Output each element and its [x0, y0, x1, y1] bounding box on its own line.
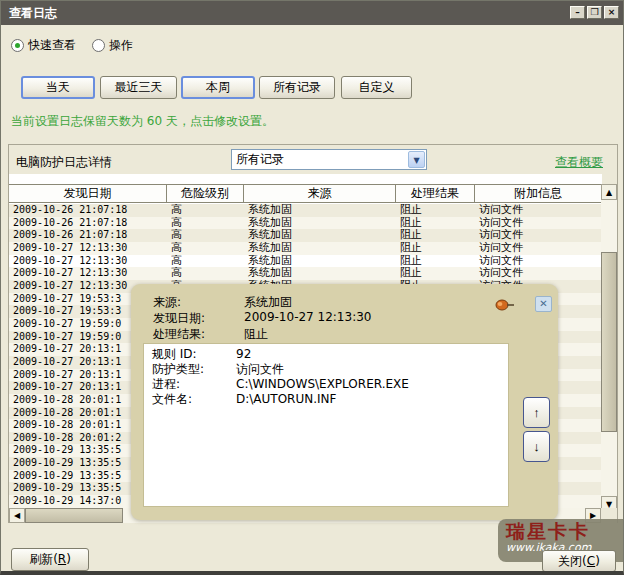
chevron-down-icon[interactable]: ▼ [408, 151, 425, 168]
table-cell: 高 [167, 267, 244, 280]
previous-record-button[interactable]: ↑ [523, 397, 550, 428]
table-row[interactable]: 2009-10-26 21:07:18高系统加固阻止访问文件 [9, 229, 601, 242]
table-row[interactable]: 2009-10-26 21:07:18高系统加固阻止访问文件 [9, 204, 601, 217]
pin-icon[interactable] [494, 296, 516, 313]
record-filter-dropdown[interactable]: 所有记录 ▼ [231, 149, 427, 170]
table-row[interactable]: 2009-10-26 21:07:18高系统加固阻止访问文件 [9, 217, 601, 230]
field-label: 来源: [153, 294, 181, 311]
table-cell: 访问文件 [475, 267, 601, 280]
close-popup-icon[interactable]: ✕ [535, 296, 552, 312]
table-row[interactable]: 2009-10-27 12:13:30高系统加固阻止访问文件 [9, 267, 601, 280]
table-cell: 系统加固 [244, 267, 396, 280]
window-title: 查看日志 [9, 6, 57, 20]
log-viewer-dialog: 查看日志 – ❒ × 快速查看 操作 当天 最近三天 本周 所有记录 自定义 当… [0, 0, 624, 575]
dropdown-selected-value: 所有记录 [236, 152, 284, 166]
record-detail-popup: 来源: 系统加固 发现日期: 2009-10-27 12:13:30 处理结果:… [131, 284, 558, 520]
filter-label: 电脑防护日志详情 [16, 154, 112, 171]
range-button-custom[interactable]: 自定义 [341, 76, 412, 99]
horizontal-scroll-thumb[interactable] [25, 508, 123, 523]
header-date[interactable]: 发现日期 [9, 185, 167, 202]
radio-label: 快速查看 [28, 37, 76, 54]
table-cell: 2009-10-27 12:13:30 [9, 267, 167, 280]
refresh-label-end: ) [66, 552, 71, 566]
radio-icon[interactable] [92, 39, 105, 52]
table-cell: 高 [167, 255, 244, 268]
field-value: 2009-10-27 12:13:30 [244, 310, 371, 324]
maximize-button[interactable]: ❒ [587, 6, 602, 19]
header-info[interactable]: 附加信息 [475, 185, 601, 202]
table-cell: 高 [167, 217, 244, 230]
refresh-hotkey: R [58, 552, 66, 566]
next-record-button[interactable]: ↓ [523, 431, 550, 462]
detail-row: 防护类型:访问文件 [144, 362, 508, 377]
scroll-up-icon[interactable]: ▲ [601, 184, 617, 200]
field-value: 系统加固 [244, 294, 292, 311]
refresh-button[interactable]: 刷新(R) [11, 548, 89, 571]
table-cell: 系统加固 [244, 204, 396, 217]
detail-row: 文件名:D:\AUTORUN.INF [144, 392, 508, 407]
radio-label: 操作 [109, 37, 133, 54]
table-cell: 高 [167, 204, 244, 217]
table-cell: 高 [167, 242, 244, 255]
watermark-brand-text: 瑞星卡卡 [498, 519, 624, 541]
close-label: 关闭( [558, 554, 587, 568]
detail-value: C:\WINDOWS\EXPLORER.EXE [236, 377, 409, 391]
vertical-scroll-thumb[interactable] [601, 252, 617, 432]
field-label: 发现日期: [153, 310, 205, 327]
detail-box: 规则 ID:92 防护类型:访问文件 进程:C:\WINDOWS\EXPLORE… [143, 343, 509, 507]
detail-label: 防护类型: [144, 362, 236, 377]
range-button-last3days[interactable]: 最近三天 [100, 76, 177, 99]
detail-label: 文件名: [144, 392, 236, 407]
detail-value: 访问文件 [236, 362, 284, 376]
field-value: 阻止 [244, 326, 268, 343]
table-cell: 阻止 [396, 229, 475, 242]
field-label: 处理结果: [153, 326, 205, 343]
detail-value: D:\AUTORUN.INF [236, 392, 336, 406]
table-cell: 访问文件 [475, 204, 601, 217]
table-cell: 2009-10-27 12:13:30 [9, 255, 167, 268]
close-window-button[interactable]: × [604, 6, 619, 19]
table-cell: 系统加固 [244, 255, 396, 268]
table-cell: 访问文件 [475, 229, 601, 242]
table-cell: 系统加固 [244, 242, 396, 255]
table-cell: 访问文件 [475, 242, 601, 255]
radio-quick-view[interactable]: 快速查看 [11, 37, 76, 54]
detail-row: 规则 ID:92 [144, 347, 508, 362]
detail-label: 进程: [144, 377, 236, 392]
refresh-label: 刷新( [29, 552, 58, 566]
header-source[interactable]: 来源 [244, 185, 396, 202]
table-cell: 阻止 [396, 267, 475, 280]
header-result[interactable]: 处理结果 [396, 185, 475, 202]
radio-icon[interactable] [11, 39, 24, 52]
table-cell: 2009-10-26 21:07:18 [9, 204, 167, 217]
retention-info-text[interactable]: 当前设置日志保留天数为 60 天，点击修改设置。 [11, 113, 274, 130]
scroll-left-icon[interactable]: ◀ [9, 508, 25, 523]
table-cell: 2009-10-27 12:13:30 [9, 242, 167, 255]
close-button[interactable]: 关闭(C) [542, 550, 616, 572]
table-cell: 高 [167, 229, 244, 242]
table-cell: 访问文件 [475, 217, 601, 230]
view-summary-link[interactable]: 查看概要 [555, 154, 603, 171]
table-cell: 系统加固 [244, 217, 396, 230]
header-level[interactable]: 危险级别 [167, 185, 244, 202]
vertical-scrollbar[interactable]: ▲ ▼ [601, 184, 617, 512]
table-cell: 阻止 [396, 217, 475, 230]
table-cell: 2009-10-26 21:07:18 [9, 229, 167, 242]
range-button-today[interactable]: 当天 [21, 76, 95, 99]
title-bar: 查看日志 – ❒ × [1, 1, 623, 25]
view-mode-group: 快速查看 操作 [11, 37, 133, 54]
table-header-row: 发现日期 危险级别 来源 处理结果 附加信息 [9, 184, 601, 203]
table-cell: 系统加固 [244, 229, 396, 242]
close-hotkey: C [587, 554, 595, 568]
table-cell: 访问文件 [475, 255, 601, 268]
detail-value: 92 [236, 347, 251, 361]
table-row[interactable]: 2009-10-27 12:13:30高系统加固阻止访问文件 [9, 255, 601, 268]
detail-row: 进程:C:\WINDOWS\EXPLORER.EXE [144, 377, 508, 392]
radio-operation[interactable]: 操作 [92, 37, 133, 54]
detail-label: 规则 ID: [144, 347, 236, 362]
range-button-thisweek[interactable]: 本周 [181, 76, 255, 99]
range-button-all[interactable]: 所有记录 [259, 76, 335, 99]
table-cell: 阻止 [396, 255, 475, 268]
minimize-button[interactable]: – [570, 6, 585, 19]
table-row[interactable]: 2009-10-27 12:13:30高系统加固阻止访问文件 [9, 242, 601, 255]
